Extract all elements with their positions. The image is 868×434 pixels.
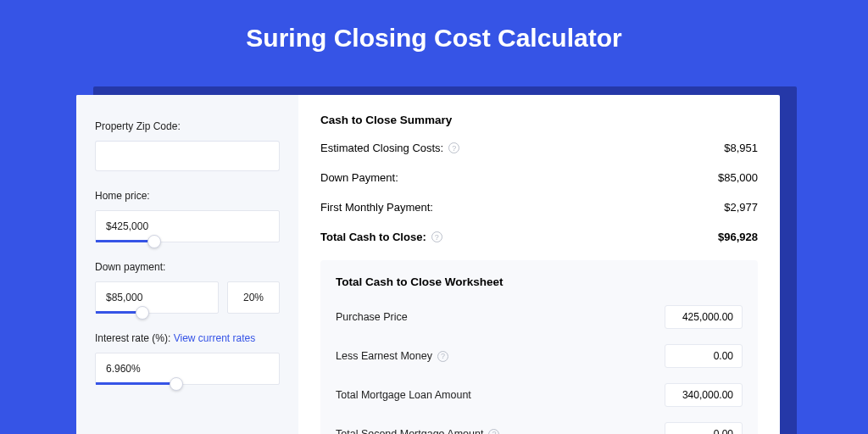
home-price-slider[interactable]: $425,000 (95, 210, 280, 242)
interest-value: 6.960% (106, 363, 141, 375)
worksheet-value-input[interactable]: 0.00 (665, 422, 743, 434)
summary-label: Down Payment: (320, 171, 398, 184)
home-price-value: $425,000 (106, 220, 148, 232)
worksheet-section: Total Cash to Close Worksheet Purchase P… (320, 260, 758, 434)
interest-slider[interactable]: 6.960% (95, 353, 280, 385)
down-payment-slider[interactable]: $85,000 (95, 281, 219, 314)
page-title: Suring Closing Cost Calculator (0, 0, 868, 73)
worksheet-label: Total Second Mortgage Amount (336, 428, 483, 434)
worksheet-row: Total Second Mortgage Amount ? 0.00 (336, 422, 743, 434)
help-icon[interactable]: ? (488, 429, 499, 435)
zip-label: Property Zip Code: (95, 120, 280, 132)
worksheet-row: Total Mortgage Loan Amount 340,000.00 (336, 383, 743, 407)
summary-total-value: $96,928 (718, 231, 758, 243)
summary-label: First Monthly Payment: (320, 201, 433, 214)
worksheet-row: Less Earnest Money ? 0.00 (336, 344, 743, 368)
slider-thumb[interactable] (136, 306, 149, 320)
worksheet-value: 0.00 (714, 428, 733, 434)
summary-row: First Monthly Payment: $2,977 (320, 201, 758, 214)
input-sidebar: Property Zip Code: Home price: $425,000 … (76, 95, 298, 434)
worksheet-value: 425,000.00 (682, 311, 733, 323)
zip-input[interactable] (95, 141, 280, 171)
interest-group: Interest rate (%): View current rates 6.… (95, 332, 280, 385)
down-payment-group: Down payment: $85,000 20% (95, 261, 280, 314)
worksheet-label: Purchase Price (336, 311, 408, 323)
summary-label: Estimated Closing Costs: (320, 142, 443, 154)
worksheet-value: 340,000.00 (682, 389, 733, 401)
summary-row: Estimated Closing Costs: ? $8,951 (320, 142, 758, 154)
worksheet-row: Purchase Price 425,000.00 (336, 305, 743, 329)
down-payment-value: $85,000 (106, 292, 142, 303)
interest-label-text: Interest rate (%): (95, 332, 174, 344)
worksheet-label: Total Mortgage Loan Amount (336, 389, 471, 401)
down-payment-percent-value: 20% (243, 292, 264, 303)
help-icon[interactable]: ? (431, 231, 442, 242)
worksheet-value-input[interactable]: 340,000.00 (665, 383, 743, 407)
summary-heading: Cash to Close Summary (320, 114, 758, 126)
calculator-card: Property Zip Code: Home price: $425,000 … (76, 95, 780, 434)
slider-thumb[interactable] (170, 377, 183, 391)
summary-total-label: Total Cash to Close: (320, 231, 426, 243)
down-payment-label: Down payment: (95, 261, 280, 273)
slider-track (96, 240, 154, 242)
worksheet-heading: Total Cash to Close Worksheet (336, 275, 743, 288)
results-panel: Cash to Close Summary Estimated Closing … (298, 95, 780, 434)
worksheet-value-input[interactable]: 425,000.00 (665, 305, 743, 329)
slider-track (96, 382, 176, 385)
slider-thumb[interactable] (147, 235, 161, 248)
summary-total-row: Total Cash to Close: ? $96,928 (320, 231, 758, 243)
help-icon[interactable]: ? (448, 142, 459, 153)
summary-value: $85,000 (718, 171, 758, 184)
home-price-label: Home price: (95, 190, 280, 202)
summary-row: Down Payment: $85,000 (320, 171, 758, 184)
interest-label: Interest rate (%): View current rates (95, 332, 280, 344)
view-rates-link[interactable]: View current rates (174, 332, 256, 344)
worksheet-value-input[interactable]: 0.00 (665, 344, 743, 368)
worksheet-value: 0.00 (714, 350, 733, 362)
home-price-group: Home price: $425,000 (95, 190, 280, 242)
down-payment-percent-input[interactable]: 20% (227, 281, 280, 314)
summary-value: $2,977 (724, 201, 758, 214)
worksheet-label: Less Earnest Money (336, 350, 432, 362)
zip-group: Property Zip Code: (95, 120, 280, 171)
help-icon[interactable]: ? (437, 351, 448, 362)
summary-value: $8,951 (724, 142, 758, 154)
